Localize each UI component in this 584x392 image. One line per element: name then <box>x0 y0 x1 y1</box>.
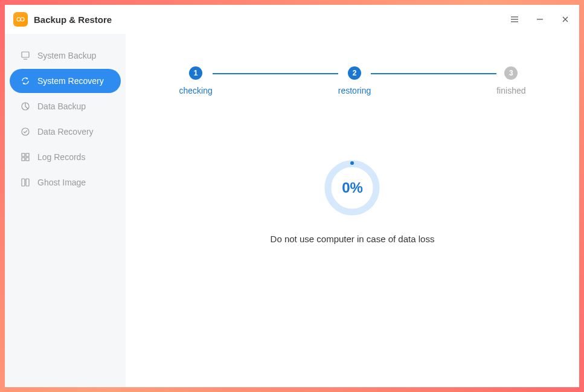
progress-percent: 0% <box>342 179 363 196</box>
step-circle: 2 <box>348 66 361 80</box>
sidebar-item-system-backup[interactable]: System Backup <box>10 43 121 68</box>
svg-rect-13 <box>26 153 29 156</box>
book-icon <box>21 178 30 187</box>
step-checking: 1 checking <box>179 66 213 95</box>
step-line <box>371 73 496 74</box>
svg-point-0 <box>17 18 21 21</box>
sidebar-item-label: Data Recovery <box>37 127 94 137</box>
sidebar: System Backup System Recovery Data Backu… <box>5 34 126 387</box>
step-finished: 3 finished <box>496 66 525 95</box>
svg-rect-16 <box>22 179 25 186</box>
sidebar-item-ghost-image[interactable]: Ghost Image <box>10 170 121 194</box>
step-label: finished <box>496 86 525 95</box>
step-restoring: 2 restoring <box>338 66 371 95</box>
minimize-button[interactable] <box>534 14 545 25</box>
sidebar-item-label: System Backup <box>37 51 96 60</box>
step-label: restoring <box>338 86 371 95</box>
content-area: System Backup System Recovery Data Backu… <box>5 34 579 387</box>
grid-icon <box>21 152 30 162</box>
sidebar-item-data-recovery[interactable]: Data Recovery <box>10 120 121 144</box>
svg-rect-15 <box>26 158 29 161</box>
sidebar-item-data-backup[interactable]: Data Backup <box>10 94 121 118</box>
sidebar-item-label: System Recovery <box>37 76 104 86</box>
sidebar-item-label: Log Records <box>37 152 85 162</box>
close-button[interactable] <box>560 14 571 25</box>
svg-rect-14 <box>22 158 25 161</box>
window-controls <box>509 14 571 25</box>
progress-indicator-dot <box>350 161 354 165</box>
svg-rect-8 <box>22 52 29 57</box>
progress-area: 0% Do not use computer in case of data l… <box>271 159 435 244</box>
pie-icon <box>21 101 30 111</box>
warning-message: Do not use computer in case of data loss <box>271 234 435 244</box>
step-label: checking <box>179 86 213 95</box>
refresh-icon <box>21 76 30 86</box>
main-panel: 1 checking 2 restoring 3 finished <box>126 34 579 387</box>
app-title: Backup & Restore <box>34 14 112 25</box>
app-logo-icon <box>13 12 28 27</box>
step-circle: 1 <box>189 66 202 80</box>
svg-point-11 <box>22 128 29 135</box>
step-circle: 3 <box>504 66 518 80</box>
svg-rect-12 <box>22 153 25 156</box>
step-line <box>213 73 338 74</box>
sidebar-item-label: Ghost Image <box>37 178 86 187</box>
sidebar-item-label: Data Backup <box>37 101 86 111</box>
svg-point-1 <box>21 18 24 21</box>
menu-icon[interactable] <box>509 14 520 25</box>
sidebar-item-system-recovery[interactable]: System Recovery <box>10 69 121 93</box>
svg-rect-17 <box>26 179 29 186</box>
progress-ring: 0% <box>323 159 381 217</box>
app-window: Backup & Restore System Backup <box>5 5 579 387</box>
stepper: 1 checking 2 restoring 3 finished <box>162 66 543 95</box>
titlebar: Backup & Restore <box>5 5 579 34</box>
sidebar-item-log-records[interactable]: Log Records <box>10 145 121 169</box>
monitor-icon <box>21 51 30 60</box>
restore-icon <box>21 127 30 137</box>
